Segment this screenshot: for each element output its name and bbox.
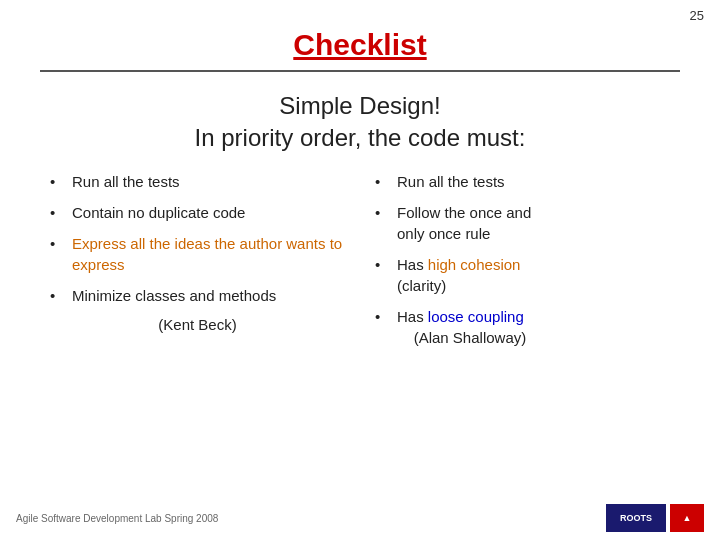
subtitle: Simple Design! In priority order, the co… bbox=[0, 90, 720, 155]
attribution: (Kent Beck) bbox=[50, 316, 345, 333]
slide-number: 25 bbox=[690, 8, 704, 23]
bullet-icon: • bbox=[50, 285, 68, 306]
list-item: • Has loose coupling (Alan Shalloway) bbox=[375, 306, 670, 348]
high-cohesion: high cohesion bbox=[428, 256, 521, 273]
bullet-icon: • bbox=[375, 306, 393, 327]
slide: 25 Checklist Simple Design! In priority … bbox=[0, 0, 720, 540]
loose-coupling: loose coupling bbox=[428, 308, 524, 325]
item-text: Contain no duplicate code bbox=[72, 202, 245, 223]
right-list: • Run all the tests • Follow the once an… bbox=[375, 171, 670, 348]
bullet-icon: • bbox=[50, 202, 68, 223]
bullet-icon: • bbox=[50, 233, 68, 254]
secondary-logo-icon: ▲ bbox=[683, 513, 692, 523]
bullet-icon: • bbox=[375, 202, 393, 223]
item-text: Has high cohesion(clarity) bbox=[397, 254, 520, 296]
roots-logo-text: ROOTS bbox=[620, 513, 652, 523]
list-item: • Minimize classes and methods bbox=[50, 285, 345, 306]
right-column: • Run all the tests • Follow the once an… bbox=[375, 171, 670, 358]
subtitle-line1: Simple Design! bbox=[0, 90, 720, 122]
bullet-icon: • bbox=[50, 171, 68, 192]
item-text: Run all the tests bbox=[72, 171, 180, 192]
once-and: once and bbox=[470, 204, 532, 221]
item-text: Minimize classes and methods bbox=[72, 285, 276, 306]
list-item: • Follow the once andonly once rule bbox=[375, 202, 670, 244]
item-text: Has loose coupling (Alan Shalloway) bbox=[397, 306, 526, 348]
item-text: Follow the once andonly once rule bbox=[397, 202, 531, 244]
item-text: Run all the tests bbox=[397, 171, 505, 192]
header: Checklist bbox=[40, 0, 680, 72]
list-item: • Express all the ideas the author wants… bbox=[50, 233, 345, 275]
bullet-icon: • bbox=[375, 171, 393, 192]
bullet-icon: • bbox=[375, 254, 393, 275]
list-item: • Run all the tests bbox=[50, 171, 345, 192]
left-list: • Run all the tests • Contain no duplica… bbox=[50, 171, 345, 306]
list-item: • Contain no duplicate code bbox=[50, 202, 345, 223]
slide-title: Checklist bbox=[40, 28, 680, 62]
list-item: • Run all the tests bbox=[375, 171, 670, 192]
subtitle-line2: In priority order, the code must: bbox=[0, 122, 720, 154]
left-column: • Run all the tests • Contain no duplica… bbox=[50, 171, 345, 358]
footer-text: Agile Software Development Lab Spring 20… bbox=[16, 513, 218, 524]
content-area: • Run all the tests • Contain no duplica… bbox=[0, 171, 720, 358]
list-item: • Has high cohesion(clarity) bbox=[375, 254, 670, 296]
roots-logo: ROOTS bbox=[606, 504, 666, 532]
secondary-logo: ▲ bbox=[670, 504, 704, 532]
item-text-orange: Express all the ideas the author wants t… bbox=[72, 233, 345, 275]
footer-logos: ROOTS ▲ bbox=[606, 504, 704, 532]
footer: Agile Software Development Lab Spring 20… bbox=[0, 504, 720, 532]
